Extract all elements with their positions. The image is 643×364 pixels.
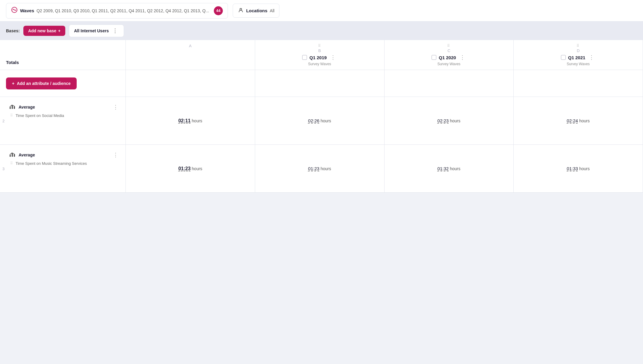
locations-value: All xyxy=(270,8,275,13)
row-1-chart-icon xyxy=(9,103,16,111)
row-2-d-unit: hours xyxy=(579,166,590,171)
bases-bar: Bases: Add new base + All Internet Users… xyxy=(0,22,643,40)
svg-rect-4 xyxy=(14,106,15,109)
row-1-c-value: 02:23 xyxy=(438,118,449,123)
svg-rect-7 xyxy=(14,154,15,157)
add-attr-b-cell xyxy=(255,70,385,97)
row-1-b-cell: 02:26 hours xyxy=(255,97,385,144)
add-attr-d-cell xyxy=(514,70,643,97)
col-c-options-icon[interactable]: ⋮ xyxy=(459,54,466,61)
col-d-sub-label: Survey Waves xyxy=(567,62,590,66)
table-row: 3 Average ⋮ ⠿ Time Spent on Music Stream… xyxy=(0,145,643,193)
col-d-letter: D xyxy=(577,48,580,53)
row-1-d-unit: hours xyxy=(579,118,590,123)
totals-label: Totals xyxy=(6,60,19,65)
row-2-totals-value: 01:23 xyxy=(178,166,190,171)
add-attr-totals-cell xyxy=(126,70,255,97)
add-attribute-row: + Add an attribute / audience xyxy=(0,70,643,97)
col-b-header-top: Q1 2019 ⋮ xyxy=(261,54,378,61)
all-internet-users-tab[interactable]: All Internet Users ⋮ xyxy=(69,25,124,37)
row-2-b-cell: 01:23 hours xyxy=(255,145,385,192)
add-attr-cell: + Add an attribute / audience xyxy=(0,70,126,97)
row-1-number: 2 xyxy=(2,118,4,123)
add-attr-plus-icon: + xyxy=(12,81,14,86)
table-row: 2 Average ⋮ ⠿ Time Spent on Social Media xyxy=(0,97,643,145)
svg-rect-3 xyxy=(12,105,13,109)
add-attr-c-cell xyxy=(385,70,514,97)
row-1-header: Average ⋮ xyxy=(9,103,119,111)
locations-filter[interactable]: Locations All xyxy=(233,4,279,18)
svg-point-1 xyxy=(240,8,242,10)
top-bar: Waves Q2 2009, Q1 2010, Q3 2010, Q1 2011… xyxy=(0,0,643,22)
row-2-drag-handle: ⠿ xyxy=(10,161,13,165)
waves-value: Q2 2009, Q1 2010, Q3 2010, Q1 2011, Q2 2… xyxy=(37,8,209,13)
row-2-options-icon[interactable]: ⋮ xyxy=(112,152,119,158)
main-grid: Totals A ⠿ B Q1 2019 ⋮ Survey Waves ⠿ C … xyxy=(0,40,643,193)
row-2-d-cell: 01:33 hours xyxy=(514,145,643,192)
col-b-checkbox[interactable] xyxy=(302,55,307,60)
waves-label: Waves xyxy=(20,8,34,13)
row-2-label-cell: 3 Average ⋮ ⠿ Time Spent on Music Stream… xyxy=(0,145,126,192)
row-2-totals-cell: 01:23 hours xyxy=(126,145,255,192)
col-b-letter: B xyxy=(318,48,321,53)
add-attr-label: Add an attribute / audience xyxy=(17,81,71,86)
row-2-title: Average xyxy=(19,153,35,157)
col-d-drag-handle: ⠿ xyxy=(577,44,580,48)
col-b-options-icon[interactable]: ⋮ xyxy=(329,54,337,61)
col-c-sub-label: Survey Waves xyxy=(437,62,460,66)
tab-options-icon[interactable]: ⋮ xyxy=(111,28,119,34)
row-2-b-unit: hours xyxy=(320,166,331,171)
row-1-d-value: 02:24 xyxy=(567,118,578,123)
col-a-letter: A xyxy=(189,44,192,48)
col-d-header-top: Q1 2021 ⋮ xyxy=(520,54,637,61)
row-1-drag-handle: ⠿ xyxy=(10,113,13,118)
waves-count-badge: 44 xyxy=(214,6,223,15)
svg-rect-2 xyxy=(10,107,11,109)
waves-filter[interactable]: Waves Q2 2009, Q1 2010, Q3 2010, Q1 2011… xyxy=(6,3,228,19)
row-1-title: Average xyxy=(19,105,35,109)
row-1-c-cell: 02:23 hours xyxy=(385,97,514,144)
col-c-drag-handle: ⠿ xyxy=(447,44,450,48)
row-2-c-value: 01:32 xyxy=(438,166,449,171)
row-1-totals-cell: 02:11 hours xyxy=(126,97,255,144)
col-c-header: ⠿ C Q1 2020 ⋮ Survey Waves xyxy=(385,40,514,70)
col-b-drag-handle: ⠿ xyxy=(318,44,321,48)
row-2-c-unit: hours xyxy=(450,166,460,171)
row-2-subtitle: Time Spent on Music Streaming Services xyxy=(16,161,87,166)
row-1-subtitle: Time Spent on Social Media xyxy=(16,113,64,118)
col-d-header: ⠿ D Q1 2021 ⋮ Survey Waves xyxy=(514,40,643,70)
tab-label: All Internet Users xyxy=(74,28,109,33)
row-2-d-value: 01:33 xyxy=(567,166,578,171)
col-d-checkbox[interactable] xyxy=(561,55,566,60)
col-c-letter: C xyxy=(447,48,450,53)
column-header-row: Totals A ⠿ B Q1 2019 ⋮ Survey Waves ⠿ C … xyxy=(0,40,643,70)
add-base-button[interactable]: Add new base + xyxy=(23,26,65,36)
add-base-label: Add new base xyxy=(28,28,56,33)
col-c-header-top: Q1 2020 ⋮ xyxy=(391,54,508,61)
add-base-plus-icon: + xyxy=(58,28,60,33)
col-b-header: ⠿ B Q1 2019 ⋮ Survey Waves xyxy=(255,40,385,70)
row-1-totals-value: 02:11 xyxy=(178,118,190,124)
col-d-wave-label: Q1 2021 xyxy=(568,55,585,60)
row-1-options-icon[interactable]: ⋮ xyxy=(112,104,119,110)
row-2-header: Average ⋮ xyxy=(9,151,119,159)
col-a-header: A xyxy=(126,40,255,70)
row-labels-header: Totals xyxy=(0,40,126,70)
col-d-options-icon[interactable]: ⋮ xyxy=(588,54,595,61)
row-1-label-cell: 2 Average ⋮ ⠿ Time Spent on Social Media xyxy=(0,97,126,144)
locations-label: Locations xyxy=(246,8,267,13)
row-1-b-unit: hours xyxy=(320,118,331,123)
col-b-sub-label: Survey Waves xyxy=(308,62,331,66)
row-1-totals-unit: hours xyxy=(192,118,202,123)
row-1-b-value: 02:26 xyxy=(308,118,320,123)
bases-label: Bases: xyxy=(6,28,20,33)
row-2-c-cell: 01:32 hours xyxy=(385,145,514,192)
add-attribute-button[interactable]: + Add an attribute / audience xyxy=(6,77,77,89)
svg-rect-6 xyxy=(12,153,13,157)
col-b-wave-label: Q1 2019 xyxy=(309,55,327,60)
col-c-checkbox[interactable] xyxy=(432,55,436,60)
svg-rect-5 xyxy=(10,155,11,157)
row-2-chart-icon xyxy=(9,151,16,159)
row-2-number: 3 xyxy=(2,166,4,171)
row-1-d-cell: 02:24 hours xyxy=(514,97,643,144)
